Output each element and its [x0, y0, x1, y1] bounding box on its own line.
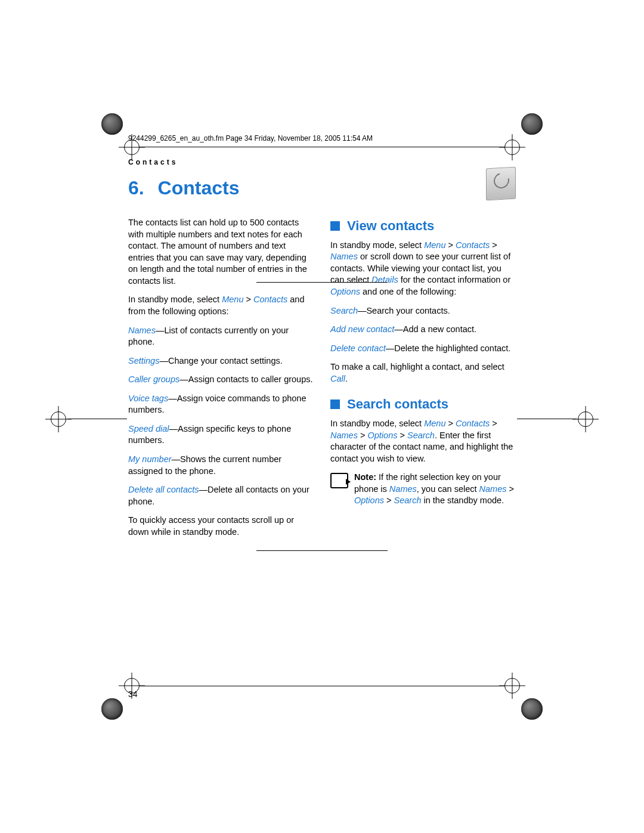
view-option-search: Search—Search your contacts.: [330, 305, 516, 317]
chapter-title: 6. Contacts: [128, 177, 516, 199]
option-names: Names—List of contacts currently on your…: [128, 325, 314, 348]
left-column: The contacts list can hold up to 500 con…: [128, 217, 314, 545]
search-contacts-heading: Search contacts: [330, 395, 516, 413]
option-speed-dial: Speed dial—Assign specific keys to phone…: [128, 423, 314, 447]
outro-paragraph: To quickly access your contacts scroll u…: [128, 515, 314, 538]
view-option-add: Add new contact—Add a new contact.: [330, 324, 516, 336]
view-option-delete: Delete contact—Delete the highlighted co…: [330, 343, 516, 355]
view-call: To make a call, highlight a contact, and…: [330, 361, 516, 385]
page-number: 34: [128, 689, 138, 699]
crop-mark-br: [521, 698, 543, 720]
crop-mark-bl: [101, 698, 123, 720]
search-contacts-p: In standby mode, select Menu > Contacts …: [330, 418, 516, 465]
chapter-name: Contacts: [158, 177, 240, 199]
view-contacts-p1: In standby mode, select Menu > Contacts …: [330, 240, 516, 298]
crop-mark-tl: [101, 113, 123, 135]
note-block: Note: If the right selection key on your…: [330, 472, 516, 507]
note-text: Note: If the right selection key on your…: [354, 472, 516, 507]
option-settings: Settings—Change your contact settings.: [128, 355, 314, 367]
running-head: Contacts: [128, 158, 516, 166]
right-column: View contacts In standby mode, select Me…: [330, 217, 516, 545]
option-voice-tags: Voice tags—Assign voice commands to phon…: [128, 393, 314, 416]
contacts-icon: [486, 167, 516, 201]
file-header-line: 9244299_6265_en_au_oth.fm Page 34 Friday…: [128, 134, 516, 143]
chapter-number: 6.: [128, 177, 144, 199]
note-icon: [330, 473, 348, 488]
intro-paragraph: The contacts list can hold up to 500 con…: [128, 217, 314, 287]
option-delete-all: Delete all contacts—Delete all contacts …: [128, 484, 314, 507]
page-content: 9244299_6265_en_au_oth.fm Page 34 Friday…: [128, 134, 516, 699]
crop-mark-tr: [521, 113, 543, 135]
standby-instruction: In standby mode, select Menu > Contacts …: [128, 294, 314, 317]
option-caller-groups: Caller groups—Assign contacts to caller …: [128, 374, 314, 386]
option-my-number: My number—Shows the current number assig…: [128, 454, 314, 477]
view-contacts-heading: View contacts: [330, 217, 516, 235]
